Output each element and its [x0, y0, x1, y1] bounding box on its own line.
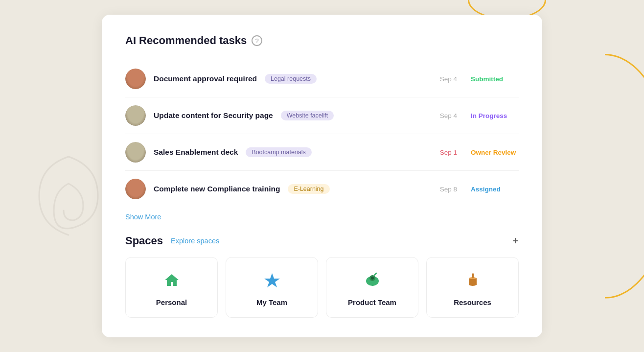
space-label-personal: Personal: [156, 298, 187, 306]
avatar: [125, 179, 146, 199]
section-title: AI Recommended tasks: [125, 34, 247, 47]
space-icon-personal: [163, 271, 181, 291]
section-header: AI Recommended tasks ?: [125, 34, 519, 47]
help-icon[interactable]: ?: [252, 35, 262, 46]
add-space-button[interactable]: +: [512, 235, 519, 246]
task-row[interactable]: Document approval required Legal request…: [125, 61, 519, 97]
avatar: [125, 105, 146, 126]
svg-rect-4: [472, 273, 474, 278]
bg-arc-decoration: [536, 54, 644, 299]
space-card-myteam[interactable]: My Team: [226, 257, 318, 318]
space-card-productteam[interactable]: Product Team: [326, 257, 418, 318]
task-date: Sep 8: [436, 186, 457, 193]
spaces-header: Spaces Explore spaces +: [125, 235, 519, 247]
space-label-resources: Resources: [454, 298, 491, 306]
task-list: Document approval required Legal request…: [125, 61, 519, 207]
explore-spaces-link[interactable]: Explore spaces: [171, 237, 219, 245]
avatar: [125, 142, 146, 163]
show-more-button[interactable]: Show More: [125, 213, 161, 221]
task-name: Sales Enablement deck: [154, 148, 238, 157]
svg-marker-0: [264, 273, 280, 287]
space-label-myteam: My Team: [256, 298, 287, 306]
task-tag: Bootcamp materials: [246, 147, 311, 157]
task-status: In Progress: [465, 112, 519, 119]
task-status: Assigned: [465, 186, 519, 193]
space-card-personal[interactable]: Personal: [125, 257, 218, 318]
task-status: Submitted: [465, 75, 519, 83]
task-row[interactable]: Complete new Compliance training E-Learn…: [125, 171, 519, 207]
task-status: Owner Review: [465, 149, 519, 156]
main-card: AI Recommended tasks ? Document approval…: [102, 15, 542, 337]
space-label-productteam: Product Team: [348, 298, 396, 306]
task-row[interactable]: Sales Enablement deck Bootcamp materials…: [125, 134, 519, 171]
space-card-resources[interactable]: Resources: [426, 257, 519, 318]
spaces-title: Spaces: [125, 235, 163, 247]
task-date: Sep 4: [436, 75, 457, 83]
task-tag: Website facelift: [281, 111, 334, 120]
task-date: Sep 4: [436, 112, 457, 119]
task-row[interactable]: Update content for Security page Website…: [125, 97, 519, 134]
task-date: Sep 1: [436, 149, 457, 156]
task-tag: Legal requests: [265, 74, 317, 84]
avatar: [125, 69, 146, 89]
task-tag: E-Learning: [288, 184, 329, 194]
spaces-grid: Personal My Team Product Team Resources: [125, 257, 519, 318]
space-icon-productteam: [364, 271, 381, 291]
space-icon-myteam: [263, 271, 281, 291]
task-name: Complete new Compliance training: [154, 185, 280, 193]
space-icon-resources: [464, 271, 482, 291]
task-name: Document approval required: [154, 74, 257, 83]
bg-spiral-decoration: [29, 147, 108, 245]
svg-point-3: [371, 277, 374, 280]
task-name: Update content for Security page: [154, 111, 273, 120]
